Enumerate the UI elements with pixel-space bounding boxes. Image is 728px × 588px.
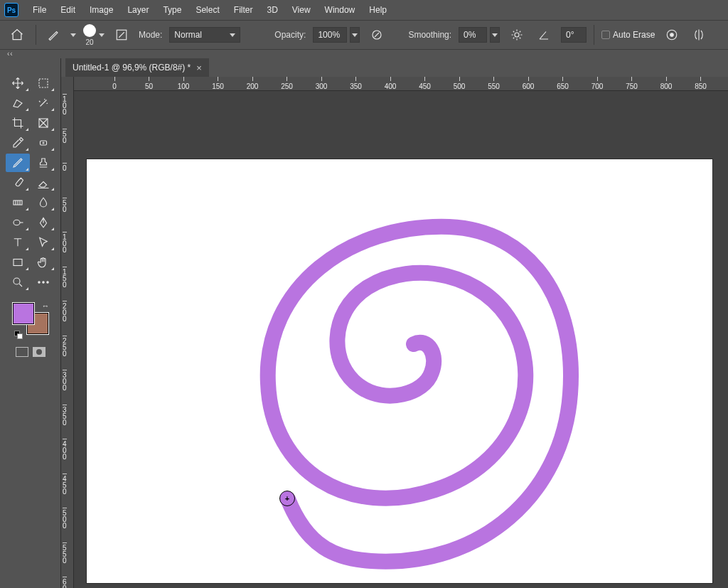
- opacity-input[interactable]: 100%: [313, 27, 347, 43]
- menu-view[interactable]: View: [285, 1, 318, 18]
- ruler-tick: 250: [61, 336, 74, 357]
- chevron-down-icon[interactable]: [70, 33, 76, 37]
- hand-tool[interactable]: [31, 253, 55, 272]
- opacity-value: 100%: [318, 30, 340, 40]
- quickmask-mode-button[interactable]: [33, 347, 46, 357]
- more-tools-button[interactable]: [31, 273, 55, 292]
- pressure-opacity-button[interactable]: [367, 25, 387, 45]
- menu-filter[interactable]: Filter: [227, 1, 260, 18]
- brush-picker[interactable]: 20: [83, 24, 105, 46]
- ruler-tick: 200: [242, 77, 263, 91]
- menu-3d[interactable]: 3D: [259, 1, 284, 18]
- chevron-down-icon[interactable]: [99, 33, 105, 37]
- eraser-tool[interactable]: [31, 173, 55, 192]
- ruler-tick: 900: [724, 77, 728, 91]
- menu-file[interactable]: File: [26, 1, 53, 18]
- frame-tool[interactable]: [31, 114, 55, 132]
- menu-image[interactable]: Image: [82, 1, 120, 18]
- eyedropper-tool[interactable]: [6, 134, 30, 152]
- ruler-tick: 350: [61, 405, 74, 426]
- spiral-stroke: [87, 159, 712, 583]
- text-tool[interactable]: [6, 233, 30, 252]
- ruler-tick: 100: [61, 232, 74, 253]
- angle-value: 0°: [566, 30, 574, 40]
- horizontal-ruler[interactable]: 0501001502002503003504004505005506006507…: [74, 77, 728, 91]
- menu-window[interactable]: Window: [318, 1, 363, 18]
- mode-value: Normal: [174, 30, 202, 40]
- angle-input[interactable]: 0°: [561, 27, 587, 43]
- app-logo: Ps: [4, 3, 18, 17]
- mode-label: Mode:: [139, 30, 162, 40]
- svg-point-9: [14, 220, 20, 225]
- svg-rect-5: [39, 79, 48, 87]
- smoothing-settings-button[interactable]: [507, 25, 527, 45]
- menu-help[interactable]: Help: [362, 1, 394, 18]
- brush-size-value: 20: [85, 38, 93, 46]
- default-colors-icon[interactable]: [14, 328, 26, 338]
- pencil-tool[interactable]: [6, 154, 30, 172]
- lasso-tool[interactable]: [6, 94, 30, 112]
- ruler-tick: 0: [104, 77, 125, 91]
- crop-tool[interactable]: [6, 114, 30, 132]
- zoom-tool[interactable]: [6, 273, 30, 292]
- marquee-tool[interactable]: [31, 74, 55, 92]
- smoothing-label: Smoothing:: [408, 30, 451, 40]
- standard-mode-button[interactable]: [16, 347, 28, 357]
- home-button[interactable]: [6, 23, 28, 46]
- ruler-tick: 100: [173, 77, 194, 91]
- brush-panel-button[interactable]: [112, 25, 132, 45]
- tool-preset-button[interactable]: [43, 25, 63, 45]
- document-tab-title: Untitled-1 @ 96,9% (RGB/8#) *: [73, 63, 191, 73]
- ruler-tick: 300: [61, 370, 74, 391]
- svg-point-4: [670, 33, 674, 37]
- brush-preview-dot: [83, 24, 96, 37]
- tab-close-button[interactable]: ×: [196, 63, 202, 73]
- ruler-tick: 650: [552, 77, 574, 91]
- menu-select[interactable]: Select: [188, 1, 226, 18]
- smoothing-input[interactable]: 0%: [459, 27, 487, 43]
- menu-type[interactable]: Type: [156, 1, 188, 18]
- document-tab-bar: Untitled-1 @ 96,9% (RGB/8#) * ×: [0, 58, 728, 77]
- magic-wand-tool[interactable]: [31, 94, 55, 112]
- swap-colors-icon[interactable]: ↔: [42, 301, 50, 310]
- ruler-tick: 800: [655, 77, 677, 91]
- canvas[interactable]: [87, 159, 712, 583]
- ruler-tick: 300: [311, 77, 332, 91]
- stamp-tool[interactable]: [31, 154, 55, 172]
- smoothing-dropdown[interactable]: [490, 27, 500, 43]
- opacity-label: Opacity:: [274, 30, 306, 40]
- symmetry-button[interactable]: [689, 25, 709, 45]
- path-select-tool[interactable]: [31, 233, 55, 252]
- ruler-tick: 700: [587, 77, 608, 91]
- panel-collapse-arrows[interactable]: ‹‹: [0, 50, 728, 58]
- vertical-ruler[interactable]: 1005005010015020025030035040045050055060…: [61, 77, 74, 588]
- ruler-tick: 250: [277, 77, 298, 91]
- ruler-tick: 350: [346, 77, 367, 91]
- ruler-tick: 500: [61, 508, 74, 529]
- mode-select[interactable]: Normal: [169, 27, 240, 43]
- pressure-size-button[interactable]: [662, 25, 682, 45]
- svg-point-13: [42, 282, 43, 283]
- separator: [36, 25, 36, 45]
- rectangle-tool[interactable]: [6, 253, 30, 272]
- menu-edit[interactable]: Edit: [53, 1, 82, 18]
- healing-tool[interactable]: [31, 134, 55, 152]
- dodge-tool[interactable]: [6, 213, 30, 232]
- ruler-tick: 600: [518, 77, 539, 91]
- separator: [594, 25, 594, 45]
- document-tab[interactable]: Untitled-1 @ 96,9% (RGB/8#) * ×: [65, 58, 210, 77]
- foreground-color-swatch[interactable]: [13, 303, 34, 324]
- opacity-dropdown[interactable]: [350, 27, 360, 43]
- brush-tool[interactable]: [6, 173, 30, 192]
- gradient-tool[interactable]: [6, 193, 30, 212]
- pen-tool[interactable]: [31, 213, 55, 232]
- ruler-tick: 100: [61, 94, 74, 115]
- color-swatches[interactable]: ↔: [13, 303, 48, 338]
- auto-erase-checkbox[interactable]: Auto Erase: [601, 30, 655, 40]
- move-tool[interactable]: [6, 74, 30, 92]
- svg-rect-10: [14, 260, 22, 266]
- ruler-tick: 400: [61, 439, 74, 460]
- menu-layer[interactable]: Layer: [120, 1, 156, 18]
- ruler-tick: 0: [61, 163, 74, 171]
- blur-tool[interactable]: [31, 193, 55, 212]
